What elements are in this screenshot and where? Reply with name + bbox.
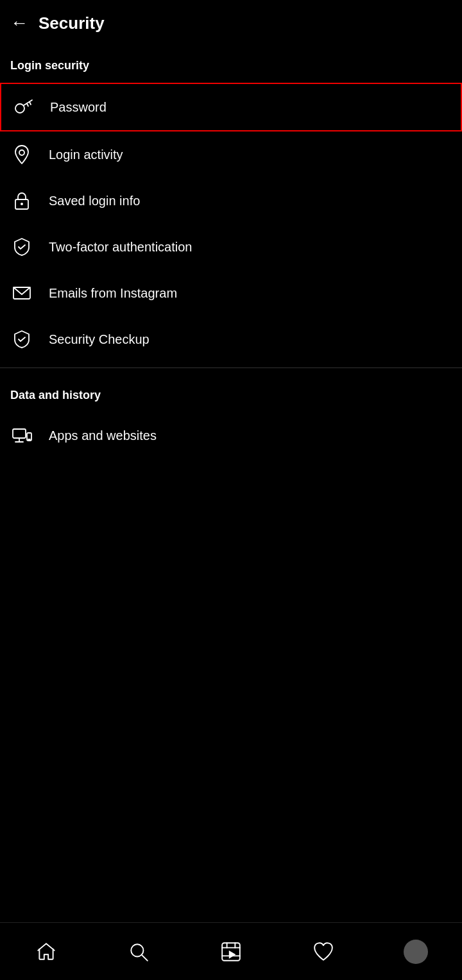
reels-icon [220,941,242,963]
menu-item-apps-websites[interactable]: Apps and websites [0,412,462,459]
menu-item-password[interactable]: Password [0,83,462,131]
header: ← Security [0,0,462,44]
nav-activity[interactable] [304,933,343,971]
section-divider [0,368,462,368]
login-activity-label: Login activity [49,148,123,162]
search-icon [128,941,150,963]
svg-point-4 [19,150,24,155]
security-checkup-label: Security Checkup [49,332,150,347]
svg-marker-20 [229,950,236,958]
two-factor-label: Two-factor authentication [49,240,192,255]
svg-line-2 [30,102,31,105]
svg-rect-8 [13,429,26,438]
page-title: Security [38,13,105,33]
nav-home[interactable] [27,933,65,971]
nav-search[interactable] [119,933,158,971]
menu-item-2fa[interactable]: Two-factor authentication [0,224,462,270]
lock-icon [10,189,33,212]
menu-item-emails[interactable]: Emails from Instagram [0,270,462,316]
password-label: Password [50,100,107,115]
nav-profile[interactable] [397,933,435,971]
svg-line-3 [27,104,28,106]
saved-login-label: Saved login info [49,194,140,208]
profile-avatar [404,940,428,964]
key-icon [12,96,35,119]
login-security-heading: Login security [0,44,462,83]
apps-icon [10,424,33,447]
svg-point-13 [131,944,143,956]
bottom-nav [0,922,462,980]
data-history-heading: Data and history [0,373,462,412]
svg-line-14 [142,955,148,961]
location-icon [10,143,33,166]
back-button[interactable]: ← [10,13,28,33]
menu-item-login-activity[interactable]: Login activity [0,131,462,178]
mail-icon [10,282,33,305]
home-icon [35,941,57,963]
apps-websites-label: Apps and websites [49,428,157,443]
shield-icon [10,328,33,351]
svg-point-6 [21,203,23,205]
menu-item-saved-login[interactable]: Saved login info [0,178,462,224]
back-arrow-icon: ← [10,13,28,33]
emails-label: Emails from Instagram [49,286,177,301]
menu-item-security-checkup[interactable]: Security Checkup [0,316,462,362]
shield-check-icon [10,235,33,258]
heart-icon [312,941,334,963]
nav-reels[interactable] [212,933,250,971]
